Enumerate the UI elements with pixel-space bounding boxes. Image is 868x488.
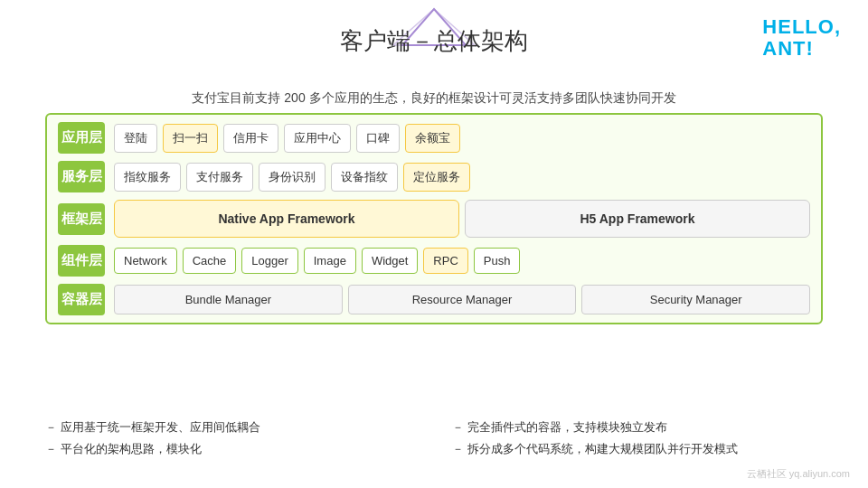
layer-item-0-3: 应用中心 [284,124,351,153]
layer-item-0-0: 登陆 [114,124,157,153]
layer-label-4: 容器层 [58,284,105,315]
layer-item-3-2: Logger [241,248,297,274]
layer-label-0: 应用层 [58,122,105,154]
architecture-diagram: 应用层登陆扫一扫信用卡应用中心口碑余额宝服务层指纹服务支付服务身份识别设备指纹定… [45,113,823,324]
hello-ant-logo: HELLO, ANT! [762,16,841,60]
subtitle: 支付宝目前支持 200 多个应用的生态，良好的框架设计可灵活支持多团队快速协同开… [192,90,675,107]
layer-item-3-4: Widget [362,248,418,274]
layer-item-1-4: 定位服务 [403,163,470,192]
layer-item-3-5: RPC [423,248,467,274]
layer-item-1-0: 指纹服务 [114,163,181,192]
layer-item-3-0: Network [114,248,177,274]
layer-item-4-1: Resource Manager [348,285,577,314]
layer-label-3: 组件层 [58,245,105,277]
notes-left: － 应用基于统一框架开发、应用间低耦合－ 平台化的架构思路，模块化 [45,417,416,459]
layer-items-4: Bundle ManagerResource ManagerSecurity M… [114,285,810,314]
layer-item-3-1: Cache [183,248,237,274]
layer-row-0: 应用层登陆扫一扫信用卡应用中心口碑余额宝 [58,122,810,154]
layer-items-0: 登陆扫一扫信用卡应用中心口碑余额宝 [114,124,810,153]
layer-item-0-5: 余额宝 [405,124,460,153]
layer-item-0-1: 扫一扫 [163,124,218,153]
layer-item-0-4: 口碑 [356,124,400,153]
layer-row-1: 服务层指纹服务支付服务身份识别设备指纹定位服务 [58,161,810,192]
note-line: － 拆分成多个代码系统，构建大规模团队并行开发模式 [452,438,823,459]
layer-item-4-2: Security Manager [581,285,810,314]
layer-item-2-1: H5 App Framework [465,200,810,238]
layer-items-3: NetworkCacheLoggerImageWidgetRPCPush [114,248,810,274]
layer-row-4: 容器层Bundle ManagerResource ManagerSecurit… [58,284,810,315]
layer-item-3-6: Push [474,248,521,274]
layer-label-2: 框架层 [58,203,105,235]
layer-item-1-2: 身份识别 [259,163,326,192]
layer-items-1: 指纹服务支付服务身份识别设备指纹定位服务 [114,163,810,192]
page-title: 客户端－总体架构 [340,25,528,57]
layer-item-1-1: 支付服务 [186,163,253,192]
layer-item-1-3: 设备指纹 [331,163,398,192]
title-area: 客户端－总体架构 [340,25,528,57]
note-line: － 平台化的架构思路，模块化 [45,438,416,459]
notes-right: － 完全插件式的容器，支持模块独立发布－ 拆分成多个代码系统，构建大规模团队并行… [452,417,823,459]
bottom-notes: － 应用基于统一框架开发、应用间低耦合－ 平台化的架构思路，模块化 － 完全插件… [45,417,823,459]
note-line: － 应用基于统一框架开发、应用间低耦合 [45,417,416,437]
layer-item-0-2: 信用卡 [223,124,278,153]
note-line: － 完全插件式的容器，支持模块独立发布 [452,417,823,437]
layer-row-2: 框架层Native App FrameworkH5 App Framework [58,200,810,238]
layer-items-2: Native App FrameworkH5 App Framework [114,200,810,238]
layer-item-2-0: Native App Framework [114,200,459,238]
layer-item-4-0: Bundle Manager [114,285,343,314]
layer-row-3: 组件层NetworkCacheLoggerImageWidgetRPCPush [58,245,810,277]
layer-label-1: 服务层 [58,161,105,192]
layer-item-3-3: Image [304,248,356,274]
watermark: 云栖社区 yq.aliyun.com [747,467,850,481]
